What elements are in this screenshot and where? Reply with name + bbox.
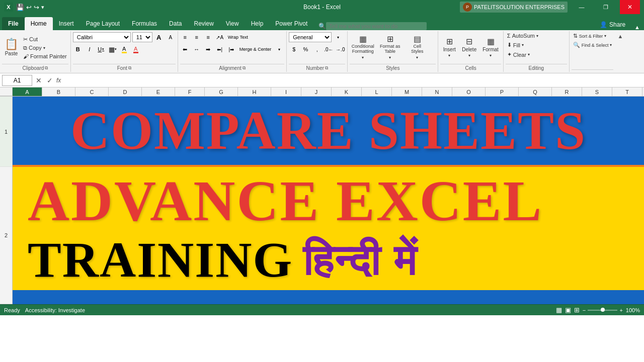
percent-button[interactable]: % — [300, 44, 310, 54]
wrap-text-button[interactable]: Wrap Text — [226, 32, 250, 42]
col-header-c[interactable]: C — [75, 87, 109, 96]
number-format-expand[interactable]: ▾ — [333, 32, 343, 42]
font-expand-icon[interactable]: ⧉ — [128, 65, 131, 71]
tab-home[interactable]: Home — [25, 17, 53, 30]
col-header-q[interactable]: Q — [519, 87, 552, 96]
font-size-select[interactable]: 11 — [132, 32, 152, 42]
merge-center-button[interactable]: Merge & Center — [238, 44, 273, 54]
increase-indent-button[interactable]: |➡ — [226, 44, 236, 54]
cell-styles-button[interactable]: ▤ Cell Styles ▾ — [404, 34, 430, 61]
banner-yellow[interactable]: ADVANCE EXCEL TRAINING हिन्दी में — [13, 167, 644, 290]
delete-cells-button[interactable]: ⊟ Delete ▾ — [459, 36, 479, 59]
col-header-a[interactable]: A — [13, 87, 42, 96]
tab-review[interactable]: Review — [188, 17, 219, 30]
formula-input[interactable] — [63, 75, 642, 86]
customize-qat-button[interactable]: ▾ — [41, 4, 44, 11]
col-header-i[interactable]: I — [271, 87, 301, 96]
bold-button[interactable]: B — [73, 44, 83, 54]
col-header-r[interactable]: R — [552, 87, 582, 96]
undo-button[interactable]: ↩ — [26, 4, 32, 11]
align-left-button[interactable]: ⬅ — [180, 44, 190, 54]
confirm-formula-button[interactable]: ✓ — [45, 76, 54, 84]
page-break-view-button[interactable]: ⊞ — [574, 306, 580, 314]
tab-file[interactable]: File — [2, 17, 25, 30]
tab-page-layout[interactable]: Page Layout — [80, 17, 126, 30]
sort-filter-button[interactable]: ⇅ Sort & Filter ▾ — [572, 32, 614, 40]
col-header-g[interactable]: G — [205, 87, 238, 96]
tell-me-input[interactable] — [326, 22, 427, 30]
col-header-k[interactable]: K — [332, 87, 362, 96]
tab-view[interactable]: View — [220, 17, 245, 30]
font-color-button[interactable]: A — [131, 44, 141, 54]
ribbon-collapse-button[interactable]: ▲ — [630, 24, 644, 30]
tab-help[interactable]: Help — [245, 17, 270, 30]
decrease-indent-button[interactable]: ⬅| — [215, 44, 225, 54]
format-as-table-button[interactable]: ⊞ Format as Table ▾ — [377, 34, 403, 61]
col-header-m[interactable]: M — [392, 87, 422, 96]
increase-decimal-button[interactable]: →.0 — [335, 44, 345, 54]
autosum-button[interactable]: Σ AutoSum ▾ — [506, 32, 540, 39]
paste-button[interactable]: 📋 Paste — [2, 37, 21, 58]
tab-data[interactable]: Data — [163, 17, 188, 30]
col-header-t[interactable]: T — [612, 87, 642, 96]
font-name-select[interactable]: Calibri — [73, 32, 131, 42]
name-box[interactable] — [2, 75, 32, 86]
user-area[interactable]: P PATELITSOLUTION ENTERPRISES — [460, 2, 568, 13]
col-header-f[interactable]: F — [175, 87, 205, 96]
align-right-button[interactable]: ➡ — [203, 44, 213, 54]
col-header-s[interactable]: S — [582, 87, 612, 96]
collapse-ribbon-button[interactable]: ▲ — [617, 33, 623, 39]
close-button[interactable]: ✕ — [620, 0, 640, 14]
col-header-d[interactable]: D — [109, 87, 142, 96]
banner-blue[interactable]: COMPARE SHEETS — [13, 97, 644, 167]
merge-dropdown-button[interactable]: ▾ — [274, 44, 284, 54]
row-1[interactable]: 1 — [0, 97, 12, 167]
zoom-in-icon[interactable]: + — [619, 307, 622, 313]
align-right-bottom-button[interactable]: ≡ — [203, 32, 213, 42]
accessibility-status[interactable]: Accessibility: Investigate — [25, 307, 85, 313]
share-button[interactable]: 👤 Share — [595, 19, 630, 30]
col-header-j[interactable]: J — [301, 87, 332, 96]
format-cells-button[interactable]: ▦ Format ▾ — [480, 36, 501, 59]
align-center-button[interactable]: ↔ — [192, 44, 202, 54]
border-button[interactable]: ▦▾ — [108, 44, 118, 54]
tab-insert[interactable]: Insert — [53, 17, 80, 30]
minimize-button[interactable]: — — [572, 0, 592, 14]
accounting-button[interactable]: $ — [289, 44, 299, 54]
conditional-formatting-button[interactable]: ▦ Conditional Formatting ▾ — [350, 34, 376, 61]
row-2[interactable]: 2 — [0, 167, 12, 304]
fill-button[interactable]: ⬇ Fill ▾ — [506, 41, 525, 49]
tab-power-pivot[interactable]: Power Pivot — [269, 17, 313, 30]
align-center-middle-button[interactable]: ≡ — [192, 32, 202, 42]
clear-button[interactable]: ✦ Clear ▾ — [506, 51, 531, 58]
orientation-button[interactable]: ↗A — [215, 32, 225, 42]
zoom-slider[interactable]: − + — [583, 307, 623, 313]
col-header-h[interactable]: H — [238, 87, 271, 96]
insert-cells-button[interactable]: ⊞ Insert ▾ — [440, 36, 458, 59]
underline-button[interactable]: U▾ — [96, 44, 106, 54]
number-expand-icon[interactable]: ⧉ — [325, 65, 328, 71]
alignment-expand-icon[interactable]: ⧉ — [243, 65, 246, 71]
col-header-n[interactable]: N — [422, 87, 452, 96]
copy-button[interactable]: ⧉ Copy ▾ — [22, 44, 68, 52]
redo-button[interactable]: ↪ — [34, 4, 39, 11]
number-format-select[interactable]: General — [289, 32, 332, 42]
restore-button[interactable]: ❐ — [596, 0, 616, 14]
col-header-l[interactable]: L — [362, 87, 392, 96]
col-header-b[interactable]: B — [42, 87, 75, 96]
align-left-top-button[interactable]: ≡ — [180, 32, 190, 42]
format-painter-button[interactable]: 🖌 Format Painter — [22, 53, 68, 60]
comma-button[interactable]: , — [312, 44, 322, 54]
find-select-button[interactable]: 🔍 Find & Select ▾ — [572, 41, 614, 49]
col-header-e[interactable]: E — [142, 87, 175, 96]
tab-formulas[interactable]: Formulas — [126, 17, 163, 30]
select-all-button[interactable] — [0, 87, 13, 96]
cut-button[interactable]: ✂ Cut — [22, 36, 68, 43]
cancel-formula-button[interactable]: ✕ — [34, 76, 43, 84]
decrease-decimal-button[interactable]: .0← — [324, 44, 334, 54]
italic-button[interactable]: I — [85, 44, 95, 54]
normal-view-button[interactable]: ▦ — [556, 306, 562, 314]
col-header-p[interactable]: P — [486, 87, 519, 96]
decrease-font-button[interactable]: A — [166, 32, 176, 42]
highlight-button[interactable]: A — [119, 44, 129, 54]
